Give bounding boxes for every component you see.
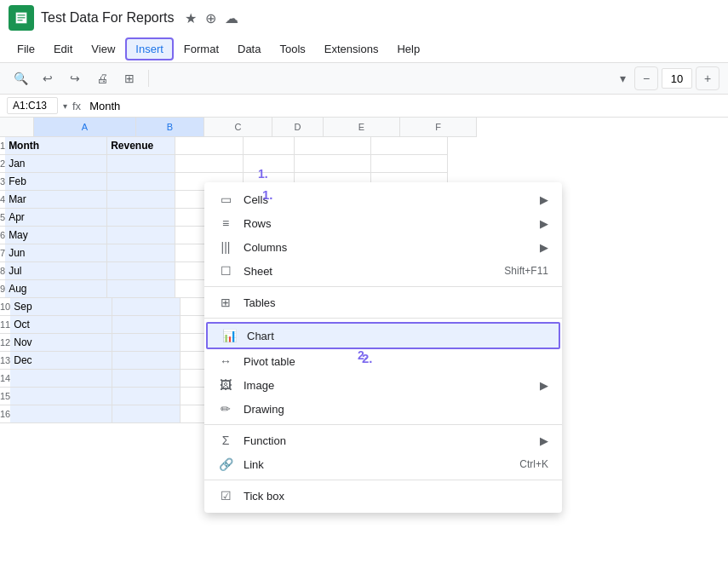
menu-arrow-rows: ▶ <box>540 217 548 230</box>
annotation-2-text: 2. <box>362 351 373 365</box>
document-title: Test Data For Reports <box>41 10 175 26</box>
annotation-1-badge: 1. <box>258 167 268 181</box>
menu-item-label-sheet: Sheet <box>244 265 494 278</box>
font-size-decrease[interactable]: − <box>634 66 658 90</box>
menu-item-cells[interactable]: ▭Cells▶ <box>204 187 562 211</box>
menu-bar: File Edit View Insert Format Data Tools … <box>0 36 728 62</box>
menu-item-label-image: Image <box>244 379 530 392</box>
formula-bar: ▾ fx <box>0 95 728 118</box>
menu-view[interactable]: View <box>83 39 123 59</box>
menu-divider-6 <box>204 318 562 319</box>
toolbar: 🔍 ↩ ↪ 🖨 ⊞ ▾ − + <box>0 62 728 95</box>
menu-item-label-tick-box: Tick box <box>244 490 548 503</box>
insert-dropdown-menu: 1. 2. ▭Cells▶≡Rows▶|||Columns▶☐SheetShif… <box>204 182 562 513</box>
image-icon: 🖼 <box>218 378 233 392</box>
menu-shortcut-sheet: Shift+F11 <box>504 265 548 277</box>
redo-button[interactable]: ↪ <box>63 66 87 90</box>
cloud-icon[interactable]: ☁ <box>225 10 238 26</box>
menu-item-image[interactable]: 🖼Image▶ <box>204 373 562 397</box>
svg-rect-1 <box>18 14 26 15</box>
undo-button[interactable]: ↩ <box>36 66 60 90</box>
menu-arrow-function: ▶ <box>540 434 548 447</box>
menu-item-pivot-table[interactable]: ↔Pivot table <box>204 349 562 373</box>
font-size-input[interactable] <box>662 68 692 89</box>
app-container: Test Data For Reports ★ ⊕ ☁ File Edit Vi… <box>0 0 728 586</box>
menu-item-function[interactable]: ΣFunction▶ <box>204 428 562 452</box>
menu-item-columns[interactable]: |||Columns▶ <box>204 235 562 259</box>
menu-item-drawing[interactable]: ✏Drawing <box>204 397 562 421</box>
cells-icon: ▭ <box>218 192 233 206</box>
menu-arrow-columns: ▶ <box>540 241 548 254</box>
drawing-icon: ✏ <box>218 402 233 416</box>
chart-icon: 📊 <box>221 329 237 342</box>
columns-icon: ||| <box>218 240 233 254</box>
menu-item-label-function: Function <box>244 434 530 447</box>
function-icon: Σ <box>218 434 233 447</box>
menu-arrow-cells: ▶ <box>540 193 548 206</box>
title-action-icons: ★ ⊕ ☁ <box>185 10 238 26</box>
link-icon: 🔗 <box>218 457 233 471</box>
menu-format[interactable]: Format <box>175 39 227 59</box>
svg-rect-2 <box>18 17 26 18</box>
menu-tools[interactable]: Tools <box>271 39 313 59</box>
cell-ref-dropdown[interactable]: ▾ <box>63 101 67 111</box>
menu-item-rows[interactable]: ≡Rows▶ <box>204 211 562 235</box>
menu-item-chart[interactable]: 📊Chart <box>206 322 560 349</box>
menu-file[interactable]: File <box>9 39 43 59</box>
sheet-icon: ☐ <box>218 264 233 278</box>
menu-shortcut-link: Ctrl+K <box>519 458 548 470</box>
title-bar: Test Data For Reports ★ ⊕ ☁ <box>0 0 728 36</box>
font-size-area: ▾ − + <box>614 66 719 90</box>
menu-divider-14 <box>204 480 562 480</box>
folder-icon[interactable]: ⊕ <box>205 10 216 26</box>
menu-help[interactable]: Help <box>388 39 428 59</box>
menu-insert[interactable]: Insert <box>125 37 174 60</box>
sheets-logo <box>9 5 34 31</box>
cell-reference-input[interactable] <box>7 97 58 114</box>
fx-icon: fx <box>72 100 81 112</box>
menu-item-tables[interactable]: ⊞Tables <box>204 290 562 314</box>
menu-item-tick-box[interactable]: ☑Tick box <box>204 484 562 508</box>
toolbar-separator <box>148 70 149 87</box>
paint-format-button[interactable]: ⊞ <box>118 66 141 90</box>
menu-data[interactable]: Data <box>229 39 269 59</box>
tables-icon: ⊞ <box>218 296 233 309</box>
menu-item-label-link: Link <box>244 458 509 471</box>
print-button[interactable]: 🖨 <box>90 66 114 90</box>
star-icon[interactable]: ★ <box>185 10 197 26</box>
menu-item-link[interactable]: 🔗LinkCtrl+K <box>204 452 562 476</box>
menu-item-label-chart: Chart <box>247 330 545 342</box>
formula-input[interactable] <box>86 98 721 114</box>
menu-overlay: 1. 2. ▭Cells▶≡Rows▶|||Columns▶☐SheetShif… <box>0 118 728 586</box>
menu-item-label-tables: Tables <box>244 296 548 309</box>
pivot-table-icon: ↔ <box>218 354 233 368</box>
font-size-dropdown[interactable]: ▾ <box>614 66 631 90</box>
menu-item-label-rows: Rows <box>244 217 530 230</box>
menu-divider-11 <box>204 424 562 425</box>
menu-item-sheet[interactable]: ☐SheetShift+F11 <box>204 259 562 283</box>
menu-extensions[interactable]: Extensions <box>316 39 387 59</box>
search-button[interactable]: 🔍 <box>9 66 32 90</box>
font-size-increase[interactable]: + <box>696 66 719 90</box>
menu-arrow-image: ▶ <box>540 379 548 392</box>
menu-item-label-columns: Columns <box>244 241 530 254</box>
menu-item-label-pivot-table: Pivot table <box>244 355 548 368</box>
menu-item-label-cells: Cells <box>244 193 530 206</box>
svg-rect-3 <box>18 20 23 20</box>
annotation-1-text: 1. <box>262 187 273 202</box>
menu-divider-4 <box>204 286 562 287</box>
menu-edit[interactable]: Edit <box>45 39 81 59</box>
tick-box-icon: ☑ <box>218 489 233 503</box>
menu-item-label-drawing: Drawing <box>244 403 548 416</box>
rows-icon: ≡ <box>218 216 233 230</box>
spreadsheet-area: A B C D E F 1MonthRevenue2Jan3Feb4Mar5Ap… <box>0 118 728 586</box>
